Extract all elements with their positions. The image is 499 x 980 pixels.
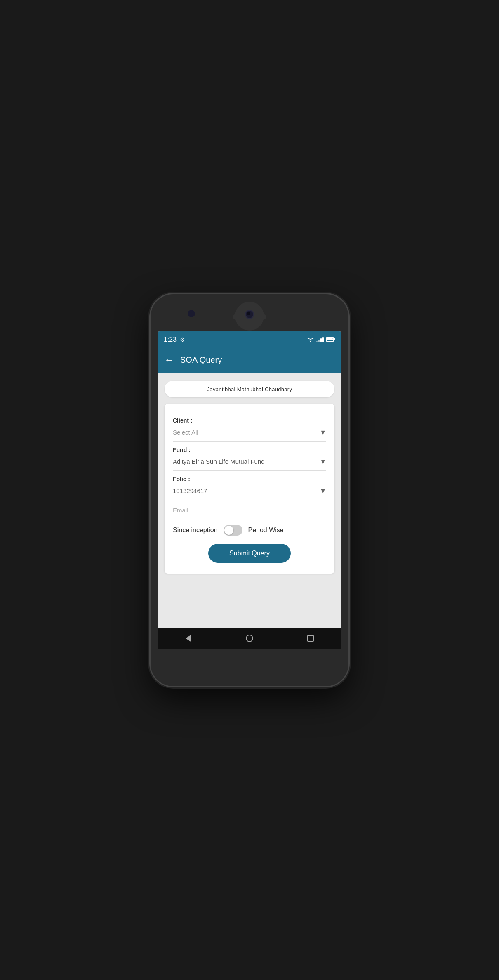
form-card: Client : Select All ▼ Fund : Aditya Birl… — [165, 404, 334, 574]
folio-select[interactable]: 1013294617 ▼ — [173, 486, 326, 496]
period-wise-label: Period Wise — [248, 527, 284, 534]
folio-chevron-icon: ▼ — [320, 487, 326, 495]
page-title: SOA Query — [180, 355, 222, 365]
battery-icon — [326, 337, 335, 342]
user-name-pill: Jayantibhai Mathubhai Chaudhary — [165, 381, 334, 397]
user-name-text: Jayantibhai Mathubhai Chaudhary — [207, 386, 292, 392]
phone-shell: 1:23 ⚙ — [151, 294, 348, 686]
home-nav-button[interactable] — [241, 630, 258, 647]
client-chevron-icon: ▼ — [320, 429, 326, 436]
back-nav-icon — [186, 635, 191, 642]
inception-toggle-row: Since inception Period Wise — [173, 519, 326, 540]
front-camera — [188, 310, 195, 317]
main-content: Jayantibhai Mathubhai Chaudhary Client :… — [158, 373, 341, 628]
status-left: 1:23 ⚙ — [164, 336, 185, 343]
fund-select[interactable]: Aditya Birla Sun Life Mutual Fund ▼ — [173, 456, 326, 467]
fund-field: Fund : Aditya Birla Sun Life Mutual Fund… — [173, 442, 326, 471]
status-time: 1:23 — [164, 336, 177, 343]
status-right — [307, 337, 335, 342]
inception-toggle[interactable] — [224, 525, 242, 536]
wifi-icon — [307, 337, 314, 342]
volume-up-button[interactable] — [151, 368, 151, 387]
submit-query-button[interactable]: Submit Query — [208, 544, 291, 563]
nav-bar — [158, 628, 341, 649]
client-field: Client : Select All ▼ — [173, 412, 326, 442]
phone-screen: 1:23 ⚙ — [158, 331, 341, 649]
email-input[interactable] — [173, 505, 326, 515]
recent-nav-icon — [307, 635, 314, 642]
client-value: Select All — [173, 429, 198, 436]
power-button[interactable] — [348, 377, 348, 410]
fund-value: Aditya Birla Sun Life Mutual Fund — [173, 458, 265, 465]
fund-chevron-icon: ▼ — [320, 458, 326, 465]
client-label: Client : — [173, 417, 326, 424]
settings-icon: ⚙ — [180, 336, 185, 343]
home-nav-icon — [246, 635, 253, 642]
app-bar: ← SOA Query — [158, 348, 341, 373]
volume-down-button[interactable] — [151, 393, 151, 422]
toggle-thumb — [224, 526, 233, 535]
since-inception-label: Since inception — [173, 527, 218, 534]
folio-field: Folio : 1013294617 ▼ — [173, 471, 326, 500]
fund-label: Fund : — [173, 446, 326, 453]
back-nav-button[interactable] — [180, 630, 197, 647]
recent-nav-button[interactable] — [302, 630, 319, 647]
folio-value: 1013294617 — [173, 487, 207, 494]
camera-icon — [245, 310, 254, 319]
email-field — [173, 500, 326, 519]
back-button[interactable]: ← — [165, 355, 174, 366]
status-bar: 1:23 ⚙ — [158, 331, 341, 348]
client-select[interactable]: Select All ▼ — [173, 427, 326, 438]
signal-icon — [316, 337, 324, 342]
folio-label: Folio : — [173, 476, 326, 482]
